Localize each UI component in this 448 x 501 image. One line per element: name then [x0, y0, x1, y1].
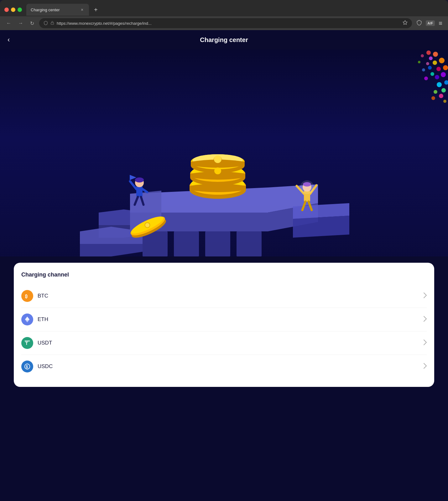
svg-text:$: $ — [26, 365, 28, 369]
svg-text:₿: ₿ — [25, 294, 28, 299]
svg-point-24 — [418, 61, 420, 63]
btc-chevron-icon — [424, 293, 427, 300]
svg-point-5 — [433, 61, 437, 65]
svg-point-73 — [300, 180, 314, 194]
nav-bar: ← → ↻ https://www.monexcrypto.net/#/page… — [0, 16, 448, 30]
maximize-window-button[interactable] — [18, 8, 22, 12]
usdc-channel-item[interactable]: $ USDC — [21, 355, 427, 378]
page-header: ‹ Charging center — [0, 30, 448, 50]
title-bar: Charging center × + — [0, 0, 448, 16]
illustration-svg — [74, 106, 374, 269]
usdt-icon: T — [21, 337, 33, 349]
svg-point-2 — [433, 52, 438, 57]
usdc-chevron-icon — [424, 363, 427, 370]
eth-icon — [21, 314, 33, 325]
svg-rect-37 — [205, 231, 230, 256]
svg-line-61 — [143, 189, 147, 192]
page-title: Charging center — [200, 36, 248, 44]
usdt-channel-name: USDT — [38, 340, 419, 346]
charging-channel-title: Charging channel — [21, 272, 427, 278]
svg-point-10 — [435, 75, 439, 79]
usdt-chevron-icon — [424, 340, 427, 347]
svg-point-17 — [426, 62, 429, 65]
svg-point-3 — [426, 50, 431, 55]
svg-point-12 — [444, 80, 448, 85]
usdc-icon: $ — [21, 361, 33, 372]
bookmark-button[interactable] — [403, 20, 408, 26]
btc-channel-item[interactable]: ₿ BTC — [21, 284, 427, 308]
back-button[interactable]: ← — [4, 19, 13, 27]
tab-title: Charging center — [31, 8, 77, 12]
svg-marker-34 — [293, 216, 349, 238]
svg-point-14 — [430, 72, 434, 76]
svg-marker-29 — [80, 244, 143, 256]
svg-point-18 — [439, 94, 443, 98]
af-badge[interactable]: A/F — [426, 20, 435, 26]
svg-point-49 — [214, 156, 221, 163]
page-content: ‹ Charging center — [0, 30, 448, 501]
eth-channel-item[interactable]: ETH — [21, 308, 427, 331]
nav-icons: A/F ≡ — [415, 18, 444, 28]
svg-point-16 — [434, 90, 437, 94]
close-window-button[interactable] — [4, 8, 9, 12]
svg-point-4 — [439, 58, 445, 63]
svg-point-15 — [441, 88, 446, 92]
svg-point-22 — [421, 54, 424, 57]
btc-channel-name: BTC — [38, 293, 419, 299]
minimize-window-button[interactable] — [11, 8, 15, 12]
address-bar[interactable]: https://www.monexcrypto.net/#/pages/rech… — [39, 18, 412, 28]
menu-button[interactable]: ≡ — [437, 18, 444, 28]
svg-point-23 — [422, 68, 425, 71]
svg-point-21 — [424, 76, 428, 80]
svg-point-20 — [443, 100, 446, 103]
reload-button[interactable]: ↻ — [28, 19, 36, 28]
svg-point-19 — [431, 96, 435, 100]
url-text: https://www.monexcrypto.net/#/pages/rech… — [57, 21, 400, 26]
new-tab-button[interactable]: + — [91, 5, 100, 15]
back-navigation-button[interactable]: ‹ — [8, 36, 10, 44]
eth-chevron-icon — [424, 316, 427, 323]
browser-tab[interactable]: Charging center × — [26, 4, 89, 16]
svg-point-7 — [436, 67, 441, 71]
usdt-channel-item[interactable]: T USDT — [21, 331, 427, 355]
svg-rect-0 — [51, 23, 54, 24]
svg-point-59 — [135, 177, 144, 182]
channel-list: ₿ BTC — [21, 284, 427, 378]
shield-icon — [44, 21, 48, 26]
svg-point-9 — [441, 72, 446, 77]
dots-decoration — [345, 50, 448, 109]
svg-point-6 — [443, 65, 448, 70]
svg-point-51 — [214, 167, 221, 174]
hero-area — [0, 50, 448, 269]
svg-rect-38 — [237, 231, 262, 256]
security-icon[interactable] — [415, 18, 423, 28]
tab-close-button[interactable]: × — [80, 7, 85, 12]
forward-button[interactable]: → — [16, 19, 25, 27]
svg-marker-1 — [403, 20, 407, 24]
eth-channel-name: ETH — [38, 316, 419, 323]
charging-channel-card: Charging channel ₿ BTC — [14, 263, 434, 387]
traffic-lights — [4, 8, 22, 12]
lock-icon — [50, 21, 54, 26]
svg-rect-57 — [136, 186, 143, 197]
btc-icon: ₿ — [21, 290, 33, 302]
svg-point-13 — [437, 82, 442, 87]
svg-point-11 — [428, 66, 432, 70]
usdc-channel-name: USDC — [38, 363, 419, 370]
browser-window: Charging center × + ← → ↻ https://www.mo… — [0, 0, 448, 30]
svg-rect-36 — [174, 231, 199, 256]
svg-text:T: T — [25, 341, 28, 346]
svg-point-8 — [429, 56, 433, 60]
